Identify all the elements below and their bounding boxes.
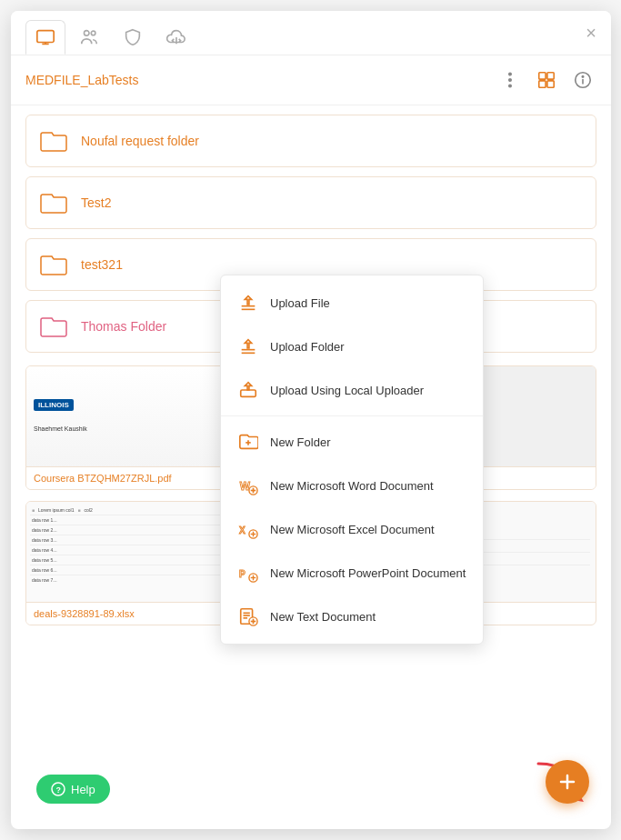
menu-new-ppt[interactable]: P New Microsoft PowerPoint Document [221, 551, 483, 595]
new-ppt-icon: P [235, 560, 261, 585]
svg-point-14 [582, 76, 583, 77]
new-word-icon: W [235, 473, 261, 498]
menu-new-word[interactable]: W New Microsoft Word Document [221, 464, 483, 507]
tab-users[interactable] [69, 20, 109, 55]
grid-view-button[interactable] [533, 66, 560, 94]
svg-point-4 [91, 31, 95, 35]
svg-point-7 [509, 85, 511, 86]
menu-new-excel-label: New Microsoft Excel Document [270, 523, 435, 536]
menu-upload-folder[interactable]: Upload Folder [221, 325, 483, 368]
toolbar: MEDFILE_LabTests [11, 55, 611, 105]
tab-desktop[interactable] [25, 20, 65, 55]
close-button[interactable]: × [586, 24, 596, 42]
new-folder-icon [235, 429, 261, 455]
upload-file-icon [235, 290, 261, 315]
folder-name-thomas: Thomas Folder [81, 319, 166, 334]
upload-local-icon [235, 377, 261, 403]
breadcrumb: MEDFILE_LabTests [25, 73, 496, 87]
illinois-badge: ILLINOIS [34, 399, 74, 411]
svg-rect-8 [539, 73, 546, 79]
svg-point-6 [509, 79, 511, 81]
help-button[interactable]: ? Help [36, 775, 110, 804]
new-excel-icon: X [235, 516, 261, 542]
tab-cloud[interactable] [156, 20, 196, 55]
toolbar-icons [496, 66, 596, 94]
new-text-icon [235, 604, 261, 629]
svg-text:?: ? [56, 785, 62, 795]
menu-divider-1 [221, 415, 483, 416]
svg-rect-23 [241, 390, 256, 396]
upload-folder-icon [235, 334, 261, 359]
menu-upload-folder-label: Upload Folder [270, 340, 345, 354]
svg-point-5 [509, 73, 511, 75]
folder-name-noufal: Noufal request folder [81, 134, 199, 148]
menu-upload-file[interactable]: Upload File [221, 281, 483, 325]
folder-noufal[interactable]: Noufal request folder [25, 115, 596, 167]
svg-text:X: X [239, 525, 245, 535]
help-label: Help [71, 783, 95, 796]
info-button[interactable] [569, 66, 596, 94]
svg-point-3 [85, 31, 90, 36]
tab-bar: × [11, 11, 611, 55]
svg-rect-11 [547, 81, 554, 87]
svg-rect-10 [539, 81, 546, 87]
menu-upload-file-label: Upload File [270, 296, 330, 310]
fab-button[interactable] [546, 760, 589, 804]
illinois-text: Shaehmet Kaushik [34, 425, 87, 434]
menu-new-excel[interactable]: X New Microsoft Excel Document [221, 507, 483, 551]
menu-new-text-label: New Text Document [270, 610, 376, 624]
context-menu: Upload File Upload Folder Upload Using [220, 275, 484, 645]
svg-text:P: P [239, 569, 245, 579]
svg-rect-0 [37, 31, 54, 43]
folder-name-test321: test321 [81, 257, 123, 272]
more-options-button[interactable] [496, 66, 524, 94]
menu-new-text[interactable]: New Text Document [221, 595, 483, 638]
menu-new-word-label: New Microsoft Word Document [270, 479, 434, 493]
menu-upload-local-label: Upload Using Local Uploader [270, 384, 424, 397]
svg-rect-9 [547, 73, 554, 79]
app-window: × MEDFILE_LabTests [11, 11, 611, 829]
menu-new-folder-label: New Folder [270, 435, 330, 449]
menu-new-folder[interactable]: New Folder [221, 420, 483, 464]
menu-new-ppt-label: New Microsoft PowerPoint Document [270, 566, 466, 580]
menu-upload-local[interactable]: Upload Using Local Uploader [221, 368, 483, 412]
folder-name-test2: Test2 [81, 195, 111, 210]
tab-shield[interactable] [113, 20, 153, 55]
folder-test2[interactable]: Test2 [25, 176, 596, 229]
